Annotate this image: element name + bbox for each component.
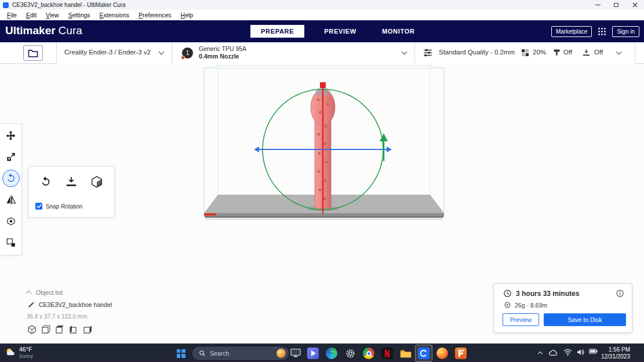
- support-blocker-button[interactable]: [2, 234, 20, 251]
- maximize-icon: [614, 3, 618, 7]
- taskbar-app-monitor[interactable]: [287, 345, 304, 362]
- chevron-up-icon: [26, 291, 32, 297]
- view-front-icon[interactable]: [41, 325, 50, 334]
- view-right-icon[interactable]: [83, 325, 92, 334]
- menu-view[interactable]: View: [41, 10, 64, 20]
- onedrive-icon[interactable]: [548, 349, 558, 356]
- logo-ultimaker: Ultimaker: [5, 24, 56, 36]
- snap-rotation-checkbox[interactable]: [35, 203, 42, 210]
- support-value: Off: [563, 49, 572, 56]
- per-model-settings-button[interactable]: [2, 213, 20, 230]
- weather-condition: Sunny: [19, 353, 33, 359]
- battery-icon[interactable]: [589, 349, 598, 354]
- clock-date: 12/31/2023: [601, 353, 630, 360]
- tab-prepare[interactable]: PREPARE: [250, 25, 304, 38]
- chevron-down-icon: [402, 49, 407, 55]
- move-icon: [5, 130, 16, 141]
- rotate-tool-panel: Snap Rotation: [28, 166, 115, 218]
- close-button[interactable]: [625, 0, 644, 10]
- maximize-button[interactable]: [607, 0, 625, 10]
- material-selector[interactable]: 1 Generic TPU 95A 0.4mm Nozzle: [172, 42, 414, 64]
- taskbar-app-settings[interactable]: [341, 345, 359, 362]
- mirror-tool-button[interactable]: [2, 191, 20, 209]
- menu-preferences[interactable]: Preferences: [134, 10, 176, 20]
- plate-origin-marker: [204, 213, 216, 215]
- search-placeholder: Search: [210, 350, 272, 357]
- taskbar-clock[interactable]: 1:56 PM 12/31/2023: [601, 346, 630, 360]
- taskbar-app-explorer[interactable]: [397, 345, 414, 362]
- bing-daily-icon[interactable]: [276, 349, 286, 358]
- taskbar-app-chrome[interactable]: [360, 345, 377, 362]
- material-color-dot: [181, 56, 185, 60]
- weather-widget[interactable]: 46°F Sunny: [5, 346, 33, 359]
- scale-icon: [6, 152, 16, 162]
- object-list-item[interactable]: CE3E3V2_backhoe handel: [28, 301, 112, 308]
- taskbar-app-cura[interactable]: [415, 345, 432, 362]
- object-dimensions: 36.8 x 37.7 x 122.0 mm: [27, 313, 88, 320]
- taskbar-app-firefox[interactable]: [434, 345, 451, 362]
- sign-in-button[interactable]: Sign in: [612, 26, 639, 37]
- window-title: CE3E3V2_backhoe handel - UltiMaker Cura: [12, 2, 126, 8]
- print-settings-selector[interactable]: Standard Quality - 0.2mm 20% Off Off: [414, 42, 635, 64]
- app-logo: UltimakerCura: [5, 24, 82, 37]
- tool-column: [0, 123, 22, 255]
- menu-help[interactable]: Help: [176, 10, 198, 20]
- move-tool-button[interactable]: [2, 127, 20, 144]
- chevron-up-icon: [538, 352, 543, 356]
- object-list-toggle[interactable]: Object list: [27, 289, 63, 296]
- taskbar-app-f[interactable]: [452, 345, 470, 362]
- apps-grid-icon[interactable]: [598, 27, 606, 36]
- print-settings-icon: [423, 47, 433, 58]
- extruder-number: 1: [186, 50, 190, 56]
- taskbar-app-media[interactable]: [304, 345, 322, 362]
- menu-extensions[interactable]: Extensions: [95, 10, 134, 20]
- hidden-icons-button[interactable]: [539, 350, 542, 356]
- rotation-gizmo[interactable]: [254, 82, 392, 213]
- minimize-button[interactable]: [588, 0, 607, 10]
- chrome-icon: [363, 348, 374, 359]
- open-file-button[interactable]: [23, 45, 43, 61]
- tab-monitor[interactable]: MONITOR: [376, 25, 421, 38]
- cura-taskbar-icon: [418, 348, 430, 359]
- clock-time: 1:56 PM: [601, 346, 630, 353]
- f-app-icon: [455, 348, 467, 359]
- firefox-icon: [436, 348, 448, 359]
- menu-bar: File Edit View Settings Extensions Prefe…: [0, 10, 644, 20]
- start-button[interactable]: [172, 345, 190, 362]
- gizmo-z-handle[interactable]: [320, 82, 326, 88]
- select-face-button[interactable]: [90, 175, 103, 188]
- search-box[interactable]: Search: [192, 347, 289, 360]
- rotate-tool-button[interactable]: [2, 170, 20, 187]
- logo-cura: Cura: [59, 24, 82, 36]
- infill-icon: [521, 48, 530, 57]
- view-left-icon[interactable]: [69, 325, 78, 334]
- tab-preview[interactable]: PREVIEW: [318, 25, 362, 38]
- marketplace-button[interactable]: Marketplace: [551, 26, 592, 37]
- lay-flat-button[interactable]: [65, 175, 78, 188]
- edge-icon: [326, 348, 337, 359]
- scale-tool-button[interactable]: [2, 148, 20, 166]
- info-icon[interactable]: [616, 289, 624, 298]
- open-file-icon: [28, 49, 38, 58]
- netflix-icon: [381, 348, 393, 359]
- taskbar-app-netflix[interactable]: [379, 345, 396, 362]
- view-top-icon[interactable]: [55, 325, 64, 334]
- search-icon: [199, 350, 206, 357]
- wifi-icon[interactable]: [563, 349, 572, 356]
- volume-icon[interactable]: [577, 349, 585, 356]
- view-3d-icon[interactable]: [27, 325, 37, 334]
- menu-edit[interactable]: Edit: [21, 10, 41, 20]
- printer-selector[interactable]: Creality Ender-3 / Ender-3 v2: [56, 42, 172, 64]
- menu-file[interactable]: File: [2, 10, 21, 20]
- preview-button[interactable]: Preview: [503, 313, 539, 326]
- infill-value: 20%: [533, 49, 546, 56]
- print-time-estimate: 3 hours 33 minutes: [516, 290, 579, 298]
- file-explorer-icon: [400, 349, 412, 359]
- reset-rotation-button[interactable]: [39, 175, 52, 188]
- weather-temp: 46°F: [19, 346, 33, 353]
- extruder-badge: 1: [182, 47, 193, 58]
- menu-settings[interactable]: Settings: [64, 10, 95, 20]
- save-to-disk-button[interactable]: Save to Disk: [544, 313, 626, 326]
- taskbar-app-edge[interactable]: [323, 345, 340, 362]
- cura-app-icon: [3, 2, 9, 8]
